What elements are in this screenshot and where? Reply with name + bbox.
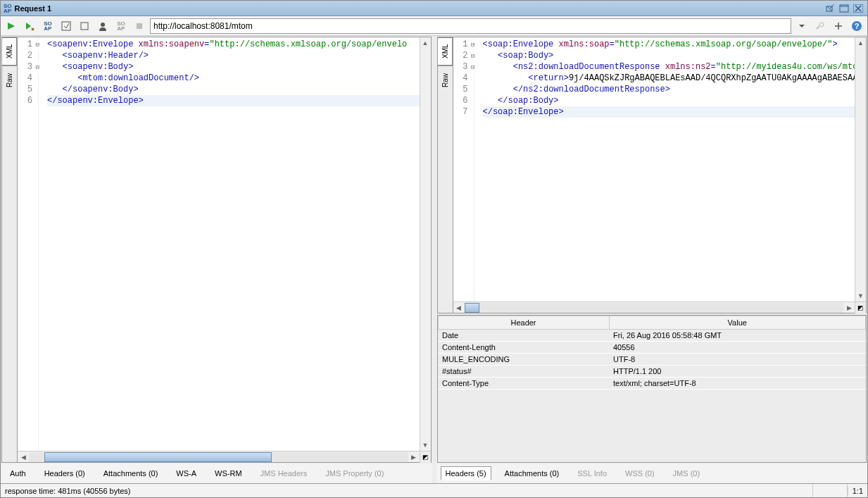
request-editor[interactable]: <soapenv:Envelope xmlns:soapenv="http://… — [39, 37, 420, 451]
tab-attachments-0-[interactable]: Attachments (0) — [99, 466, 163, 480]
create-empty-button[interactable] — [58, 18, 74, 34]
response-bottom-tabs: Headers (5)Attachments (0)SSL InfoWSS (0… — [436, 463, 868, 483]
tab-jms-headers: JMS Headers — [256, 466, 313, 480]
response-vscroll[interactable]: ▲▼ — [855, 37, 866, 301]
status-position: 1:1 — [848, 487, 863, 495]
table-row[interactable]: #status#HTTP/1.1 200 — [438, 366, 866, 378]
response-xml-tab[interactable]: XML — [438, 37, 453, 66]
soap-icon: SOAP — [4, 4, 12, 13]
tab-ws-rm[interactable]: WS-RM — [210, 466, 247, 480]
svg-point-6 — [101, 23, 105, 27]
header-col-name[interactable]: Header — [438, 316, 609, 330]
window-title: Request 1 — [15, 4, 52, 13]
table-row[interactable]: DateFri, 26 Aug 2016 05:58:48 GMT — [438, 330, 866, 342]
add-button[interactable] — [831, 18, 846, 34]
tab-jms-0-: JMS (0) — [668, 466, 705, 480]
request-xml-tab[interactable]: XML — [2, 37, 17, 66]
response-raw-tab[interactable]: Raw — [438, 66, 453, 94]
response-pane: XML Raw 1234567 <soap:Envelope xmlns:soa… — [436, 36, 868, 483]
request-raw-tab[interactable]: Raw — [2, 66, 17, 94]
svg-text:?: ? — [855, 22, 860, 30]
request-vscroll[interactable]: ▲▼ — [420, 37, 431, 451]
table-row[interactable]: Content-Length40556 — [438, 342, 866, 354]
stop-button[interactable] — [132, 18, 147, 34]
table-row[interactable]: Content-Typetext/xml; charset=UTF-8 — [438, 378, 866, 390]
titlebar: SOAP Request 1 — [1, 1, 867, 16]
request-corner-icon[interactable]: ◩ — [420, 452, 431, 463]
tools-button[interactable] — [812, 18, 828, 34]
response-corner-icon[interactable]: ◩ — [855, 302, 866, 313]
tab-headers-5-[interactable]: Headers (5) — [441, 466, 491, 480]
endpoint-url-input[interactable] — [150, 18, 791, 34]
soap-mini-icon-2[interactable]: SOAP — [113, 18, 129, 34]
svg-rect-4 — [62, 22, 70, 30]
tab-ssl-info: SSL Info — [572, 466, 612, 480]
user-icon[interactable] — [95, 18, 111, 34]
response-editor[interactable]: <soap:Envelope xmlns:soap="http://schema… — [474, 37, 855, 301]
response-hscroll[interactable]: ◀ ▶ ◩ — [453, 301, 867, 313]
tab-jms-property-0-: JMS Property (0) — [320, 466, 389, 480]
soap-mini-icon[interactable]: SOAP — [40, 18, 56, 34]
tab-attachments-0-[interactable]: Attachments (0) — [500, 466, 565, 480]
svg-rect-5 — [81, 23, 88, 30]
create-blank-button[interactable] — [77, 18, 92, 34]
url-dropdown-button[interactable] — [794, 18, 810, 34]
add-to-testcase-button[interactable] — [22, 18, 37, 34]
tab-headers-0-[interactable]: Headers (0) — [39, 466, 90, 480]
restore-down-button[interactable] — [824, 3, 836, 14]
tab-auth[interactable]: Auth — [5, 466, 31, 480]
table-row[interactable]: MULE_ENCODINGUTF-8 — [438, 354, 866, 366]
request-gutter: 123456 — [18, 37, 39, 451]
maximize-button[interactable] — [838, 3, 850, 14]
statusbar: response time: 481ms (40556 bytes) 1:1 — [1, 483, 867, 497]
tab-ws-a[interactable]: WS-A — [171, 466, 201, 480]
close-button[interactable] — [852, 3, 864, 14]
tab-wss-0-: WSS (0) — [620, 466, 660, 480]
request-hscroll[interactable]: ◀ ▶ ◩ — [18, 451, 431, 462]
response-gutter: 1234567 — [453, 37, 474, 301]
help-button[interactable]: ? — [849, 18, 864, 34]
svg-rect-7 — [137, 23, 142, 29]
status-text: response time: 481ms (40556 bytes) — [5, 487, 131, 495]
submit-button[interactable] — [4, 18, 19, 34]
toolbar: SOAP SOAP ? — [1, 16, 867, 36]
svg-point-8 — [819, 23, 824, 27]
response-headers-panel: Header Value DateFri, 26 Aug 2016 05:58:… — [437, 315, 867, 463]
request-bottom-tabs: AuthHeaders (0)Attachments (0)WS-AWS-RMJ… — [1, 463, 432, 483]
request-pane: XML Raw 123456 <soapenv:Envelope xmlns:s… — [1, 36, 432, 483]
header-col-value[interactable]: Value — [609, 316, 866, 330]
